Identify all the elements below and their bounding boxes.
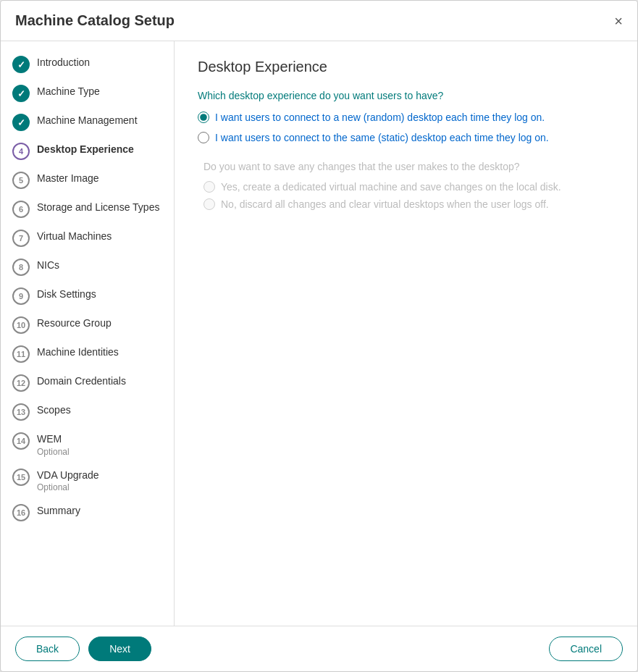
sidebar-item-introduction[interactable]: ✓ Introduction (1, 50, 174, 79)
radio-label-static: I want users to connect to the same (sta… (215, 132, 549, 143)
sidebar-item-resource-group[interactable]: 10 Resource Group (1, 311, 174, 340)
radio-option-static[interactable]: I want users to connect to the same (sta… (198, 132, 614, 143)
step-label-13: Scopes (37, 403, 71, 418)
sub-radio-option-save: Yes, create a dedicated virtual machine … (203, 181, 614, 193)
sidebar-item-summary[interactable]: 16 Summary (1, 498, 174, 527)
step-indicator-3: ✓ (12, 114, 30, 131)
sidebar-item-disk-settings[interactable]: 9 Disk Settings (1, 282, 174, 311)
sub-radio-label-discard: No, discard all changes and clear virtua… (221, 198, 549, 210)
radio-discard (203, 198, 215, 210)
step-indicator-5: 5 (12, 172, 30, 189)
step-label-16: Summary (37, 504, 80, 518)
footer-left: Back Next (15, 637, 151, 661)
step-label-5: Master Image (37, 172, 99, 186)
step-indicator-2: ✓ (12, 85, 30, 102)
back-button[interactable]: Back (15, 637, 80, 661)
sidebar-item-machine-identities[interactable]: 11 Machine Identities (1, 340, 174, 369)
sidebar-item-wem[interactable]: 14 WEM Optional (1, 427, 174, 463)
sub-question-label: Do you want to save any changes that the… (203, 161, 614, 172)
step-label-1: Introduction (37, 56, 90, 70)
sidebar-item-nics[interactable]: 8 NICs (1, 253, 174, 282)
sidebar-item-domain-credentials[interactable]: 12 Domain Credentials (1, 369, 174, 398)
step-indicator-7: 7 (12, 230, 30, 247)
radio-option-random[interactable]: I want users to connect to a new (random… (198, 112, 614, 123)
step-indicator-16: 16 (12, 504, 30, 521)
sidebar-item-machine-type[interactable]: ✓ Machine Type (1, 79, 174, 108)
step-indicator-8: 8 (12, 259, 30, 276)
sidebar-item-scopes[interactable]: 13 Scopes (1, 398, 174, 427)
sub-radio-option-discard: No, discard all changes and clear virtua… (203, 198, 614, 210)
radio-random[interactable] (198, 112, 209, 123)
step-indicator-11: 11 (12, 345, 30, 363)
sub-question-section: Do you want to save any changes that the… (198, 161, 614, 210)
dialog-footer: Back Next Cancel (1, 626, 637, 671)
cancel-button[interactable]: Cancel (549, 637, 623, 661)
step-sublabel-15: Optional (37, 482, 99, 492)
step-indicator-14: 14 (12, 432, 30, 450)
step-label-15: VDA Upgrade (37, 469, 99, 483)
sidebar-item-machine-management[interactable]: ✓ Machine Management (1, 108, 174, 137)
content-area: Desktop Experience Which desktop experie… (175, 41, 637, 626)
section-title: Desktop Experience (198, 59, 614, 75)
step-indicator-13: 13 (12, 403, 30, 421)
radio-save (203, 181, 215, 193)
machine-catalog-dialog: Machine Catalog Setup × ✓ Introduction ✓… (0, 0, 638, 672)
step-label-8: NICs (37, 259, 59, 273)
step-indicator-6: 6 (12, 201, 30, 218)
step-label-6: Storage and License Types (37, 201, 159, 215)
sidebar-item-master-image[interactable]: 5 Master Image (1, 166, 174, 195)
dialog-body: ✓ Introduction ✓ Machine Type ✓ Machine … (1, 41, 637, 626)
step-indicator-10: 10 (12, 316, 30, 334)
sidebar-item-desktop-experience[interactable]: 4 Desktop Experience (1, 137, 174, 166)
step-indicator-12: 12 (12, 374, 30, 392)
sidebar-item-vda-upgrade[interactable]: 15 VDA Upgrade Optional (1, 463, 174, 499)
step-indicator-15: 15 (12, 469, 30, 486)
next-button[interactable]: Next (88, 637, 151, 661)
step-sublabel-14: Optional (37, 447, 70, 457)
sidebar-item-storage-license[interactable]: 6 Storage and License Types (1, 195, 174, 224)
step-indicator-1: ✓ (12, 56, 30, 73)
radio-group-experience: I want users to connect to a new (random… (198, 112, 614, 143)
step-label-4: Desktop Experience (37, 143, 134, 157)
step-indicator-9: 9 (12, 287, 30, 305)
dialog-header: Machine Catalog Setup × (1, 1, 637, 41)
radio-static[interactable] (198, 132, 209, 143)
main-question: Which desktop experience do you want use… (198, 90, 614, 101)
step-label-2: Machine Type (37, 85, 100, 99)
step-label-3: Machine Management (37, 114, 138, 128)
step-label-10: Resource Group (37, 316, 112, 331)
step-label-11: Machine Identities (37, 345, 119, 360)
step-label-7: Virtual Machines (37, 230, 112, 244)
dialog-title: Machine Catalog Setup (15, 12, 175, 29)
step-label-12: Domain Credentials (37, 374, 126, 389)
step-label-14: WEM (37, 432, 70, 447)
sub-radio-label-save: Yes, create a dedicated virtual machine … (221, 181, 561, 193)
radio-label-random: I want users to connect to a new (random… (215, 112, 545, 123)
close-button[interactable]: × (614, 14, 623, 28)
step-label-9: Disk Settings (37, 287, 96, 302)
step-indicator-4: 4 (12, 143, 30, 160)
sidebar-item-virtual-machines[interactable]: 7 Virtual Machines (1, 224, 174, 253)
sidebar: ✓ Introduction ✓ Machine Type ✓ Machine … (1, 41, 175, 626)
